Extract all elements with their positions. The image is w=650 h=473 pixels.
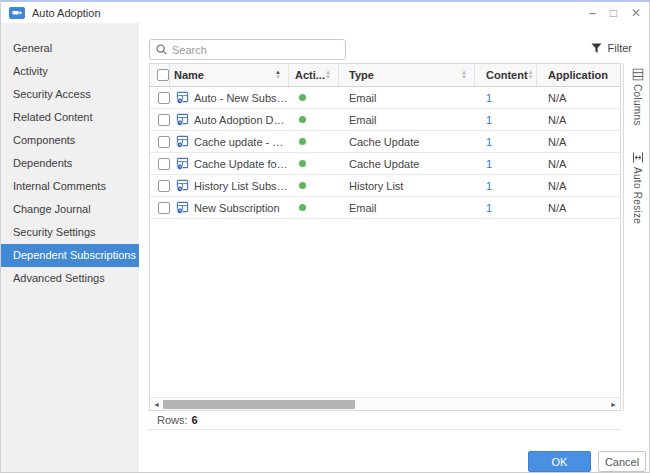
select-all-checkbox[interactable] bbox=[157, 69, 169, 81]
active-status-dot bbox=[299, 116, 306, 123]
table-header-row: Name ▲▼ Acti... ▲▼ Type ▲▼ bbox=[150, 64, 620, 87]
header-name[interactable]: Name ▲▼ bbox=[170, 64, 289, 86]
row-application: N/A bbox=[537, 131, 620, 152]
window-controls: – □ ✕ bbox=[589, 7, 641, 19]
content-count-link[interactable]: 1 bbox=[486, 136, 492, 148]
filter-button[interactable]: Filter bbox=[591, 42, 632, 54]
table-row[interactable]: Cache Update for Aut... Cache Update 1 N… bbox=[150, 153, 620, 175]
content-count-link[interactable]: 1 bbox=[486, 114, 492, 126]
row-application: N/A bbox=[537, 197, 620, 218]
search-input[interactable] bbox=[172, 44, 339, 56]
row-name: Auto Adoption Daily bbox=[194, 114, 289, 126]
active-status-dot bbox=[299, 94, 306, 101]
sidebar-nav: General Activity Security Access Related… bbox=[1, 23, 139, 473]
window-title: Auto Adoption bbox=[32, 7, 101, 19]
row-checkbox[interactable] bbox=[158, 180, 170, 192]
row-name: History List Subscription bbox=[194, 180, 289, 192]
subscription-icon bbox=[176, 113, 189, 126]
row-name: New Subscription bbox=[194, 202, 280, 214]
columns-icon bbox=[632, 69, 643, 81]
table-row[interactable]: Cache update - New ... Cache Update 1 N/… bbox=[150, 131, 620, 153]
subscription-icon bbox=[176, 201, 189, 214]
content-count-link[interactable]: 1 bbox=[486, 180, 492, 192]
cancel-button[interactable]: Cancel bbox=[598, 451, 646, 472]
header-content[interactable]: Content ▲▼ bbox=[475, 64, 537, 86]
sidebar-item-internal-comments[interactable]: Internal Comments bbox=[1, 175, 139, 198]
filter-label: Filter bbox=[608, 42, 632, 54]
row-name: Cache Update for Aut... bbox=[194, 158, 289, 170]
close-button[interactable]: ✕ bbox=[631, 7, 641, 19]
row-application: N/A bbox=[537, 175, 620, 196]
sidebar-item-activity[interactable]: Activity bbox=[1, 60, 139, 83]
horizontal-scrollbar[interactable]: ◄ ► bbox=[150, 397, 620, 410]
auto-resize-icon bbox=[632, 151, 643, 163]
minimize-button[interactable]: – bbox=[589, 7, 596, 19]
subscription-icon bbox=[176, 157, 189, 170]
table-row[interactable]: New Subscription Email 1 N/A bbox=[150, 197, 620, 219]
scroll-right-icon[interactable]: ► bbox=[607, 398, 620, 411]
sort-indicator-type[interactable]: ▲▼ bbox=[461, 70, 467, 80]
sidebar-item-security-settings[interactable]: Security Settings bbox=[1, 221, 139, 244]
content-count-link[interactable]: 1 bbox=[486, 92, 492, 104]
row-type: Cache Update bbox=[339, 131, 475, 152]
rows-count-value: 6 bbox=[192, 414, 198, 426]
subscription-icon bbox=[176, 179, 189, 192]
row-checkbox[interactable] bbox=[158, 136, 170, 148]
sidebar-item-dependent-subscriptions[interactable]: Dependent Subscriptions bbox=[1, 244, 139, 267]
content-count-link[interactable]: 1 bbox=[486, 158, 492, 170]
row-type: Email bbox=[339, 87, 475, 108]
sidebar-item-general[interactable]: General bbox=[1, 37, 139, 60]
active-status-dot bbox=[299, 182, 306, 189]
subscriptions-table: Name ▲▼ Acti... ▲▼ Type ▲▼ bbox=[149, 63, 621, 411]
columns-label: Columns bbox=[632, 84, 643, 126]
filter-icon bbox=[591, 43, 602, 54]
active-status-dot bbox=[299, 204, 306, 211]
row-type: Cache Update bbox=[339, 153, 475, 174]
row-name: Cache update - New ... bbox=[194, 136, 289, 148]
rows-label: Rows: bbox=[157, 414, 188, 426]
search-icon bbox=[156, 44, 167, 55]
maximize-button[interactable]: □ bbox=[610, 7, 617, 19]
table-side-toolbar: Columns Auto Resize bbox=[623, 63, 650, 411]
auto-resize-label: Auto Resize bbox=[632, 167, 643, 224]
header-application[interactable]: Application bbox=[537, 64, 620, 86]
rows-count-bar: Rows: 6 bbox=[149, 411, 621, 430]
header-type[interactable]: Type ▲▼ bbox=[339, 64, 475, 86]
row-checkbox[interactable] bbox=[158, 202, 170, 214]
header-active[interactable]: Acti... ▲▼ bbox=[289, 64, 339, 86]
sort-indicator-content[interactable]: ▲▼ bbox=[528, 70, 534, 80]
row-checkbox[interactable] bbox=[158, 92, 170, 104]
search-box[interactable] bbox=[149, 39, 346, 60]
active-status-dot bbox=[299, 160, 306, 167]
columns-button[interactable]: Columns bbox=[632, 69, 644, 126]
content-count-link[interactable]: 1 bbox=[486, 202, 492, 214]
sidebar-item-change-journal[interactable]: Change Journal bbox=[1, 198, 139, 221]
main-panel: Filter Name ▲▼ Acti... ▲▼ bbox=[139, 23, 649, 472]
row-name: Auto - New Subscription bbox=[194, 92, 289, 104]
table-row[interactable]: Auto Adoption Daily Email 1 N/A bbox=[150, 109, 620, 131]
row-checkbox[interactable] bbox=[158, 114, 170, 126]
subscription-icon bbox=[176, 135, 189, 148]
auto-resize-button[interactable]: Auto Resize bbox=[632, 152, 644, 224]
sidebar-item-security-access[interactable]: Security Access bbox=[1, 83, 139, 106]
subscription-icon bbox=[176, 91, 189, 104]
sidebar-item-related-content[interactable]: Related Content bbox=[1, 106, 139, 129]
app-icon bbox=[9, 7, 25, 19]
row-checkbox[interactable] bbox=[158, 158, 170, 170]
ok-button[interactable]: OK bbox=[528, 451, 591, 472]
header-checkbox-cell bbox=[150, 64, 170, 86]
scrollbar-thumb[interactable] bbox=[163, 400, 355, 409]
sidebar-item-advanced-settings[interactable]: Advanced Settings bbox=[1, 267, 139, 290]
table-row[interactable]: Auto - New Subscription Email 1 N/A bbox=[150, 87, 620, 109]
sort-indicator-name[interactable]: ▲▼ bbox=[275, 70, 281, 80]
table-row[interactable]: History List Subscription History List 1… bbox=[150, 175, 620, 197]
sort-indicator-active[interactable]: ▲▼ bbox=[325, 70, 331, 80]
sidebar-item-dependents[interactable]: Dependents bbox=[1, 152, 139, 175]
scroll-left-icon[interactable]: ◄ bbox=[150, 398, 163, 411]
row-application: N/A bbox=[537, 87, 620, 108]
active-status-dot bbox=[299, 138, 306, 145]
row-application: N/A bbox=[537, 109, 620, 130]
row-type: History List bbox=[339, 175, 475, 196]
sidebar-item-components[interactable]: Components bbox=[1, 129, 139, 152]
row-type: Email bbox=[339, 197, 475, 218]
